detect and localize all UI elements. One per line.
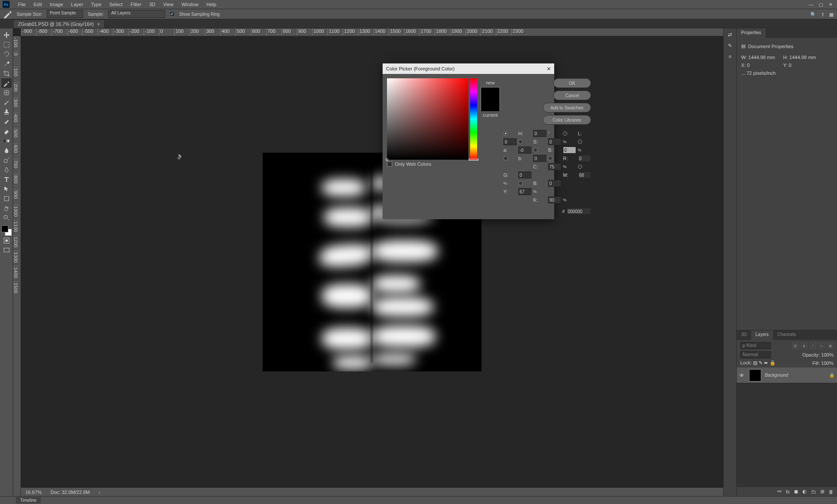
search-icon[interactable]: 🔍: [810, 12, 816, 18]
filter-smart-icon[interactable]: ▣: [827, 343, 833, 349]
c-input[interactable]: [548, 163, 561, 170]
trash-icon[interactable]: 🗑: [829, 489, 833, 494]
status-arrow-icon[interactable]: ›: [98, 490, 100, 495]
history-brush-tool[interactable]: [1, 117, 12, 126]
menu-layer[interactable]: Layer: [67, 2, 87, 7]
b-radio[interactable]: [533, 148, 538, 152]
blend-mode-combo[interactable]: Normal: [740, 351, 771, 358]
layer-filter-kind[interactable]: ρ Kind: [740, 342, 771, 349]
menu-3d[interactable]: 3D: [145, 2, 159, 7]
type-tool[interactable]: [1, 175, 12, 184]
sample-combo[interactable]: All Layers: [108, 10, 165, 18]
blur-tool[interactable]: [1, 146, 12, 155]
menu-help[interactable]: Help: [203, 2, 221, 7]
dock-icon-1[interactable]: ⇄: [728, 32, 732, 38]
current-tool-icon[interactable]: [3, 10, 12, 18]
only-web-colors-checkbox[interactable]: [387, 161, 392, 167]
arrange-icon[interactable]: ▦: [829, 12, 833, 18]
l-radio[interactable]: [563, 131, 567, 136]
b-input[interactable]: [563, 147, 576, 154]
layer-fx-icon[interactable]: fx: [786, 489, 790, 494]
tab-channels[interactable]: Channels: [773, 330, 800, 340]
lab-b-input[interactable]: [533, 155, 546, 162]
a-input[interactable]: [518, 147, 531, 154]
window-minimize-icon[interactable]: —: [806, 0, 816, 9]
menu-select[interactable]: Select: [106, 2, 127, 7]
y-input[interactable]: [518, 188, 531, 195]
s-input[interactable]: [548, 138, 561, 145]
s-radio[interactable]: [518, 140, 523, 144]
eyedropper-tool[interactable]: [1, 78, 12, 88]
filter-shape-icon[interactable]: ▭: [819, 343, 825, 349]
layer-name[interactable]: Background: [765, 373, 826, 378]
add-swatches-button[interactable]: Add to Swatches: [543, 103, 591, 112]
tab-3d[interactable]: 3D: [737, 330, 751, 340]
ok-button[interactable]: OK: [553, 78, 591, 88]
current-color-swatch[interactable]: [481, 99, 499, 111]
sample-size-combo[interactable]: Point Sample: [47, 10, 83, 18]
g-input[interactable]: [518, 172, 531, 178]
marquee-tool[interactable]: [1, 40, 12, 49]
menu-filter[interactable]: Filter: [127, 2, 145, 7]
dock-icon-3[interactable]: ≡: [728, 54, 731, 59]
color-picker-close-icon[interactable]: ✕: [547, 66, 551, 72]
dock-icon-2[interactable]: ✎: [728, 43, 732, 49]
canvas[interactable]: [21, 36, 723, 487]
fill-value[interactable]: 100%: [821, 360, 833, 366]
window-maximize-icon[interactable]: ▢: [816, 0, 826, 9]
menu-edit[interactable]: Edit: [30, 2, 46, 7]
r-input[interactable]: [578, 155, 591, 162]
layer-row[interactable]: 👁 Background 🔒: [737, 368, 837, 383]
a-radio[interactable]: [578, 140, 582, 144]
layer-thumbnail[interactable]: [749, 369, 761, 382]
pen-tool[interactable]: [1, 165, 12, 175]
lab-b-radio[interactable]: [503, 156, 508, 161]
lasso-tool[interactable]: [1, 49, 12, 59]
path-select-tool[interactable]: [1, 184, 12, 194]
menu-image[interactable]: Image: [46, 2, 67, 7]
hex-input[interactable]: [566, 208, 591, 215]
crop-tool[interactable]: [1, 69, 12, 78]
gradient-tool[interactable]: [1, 136, 12, 146]
brush-tool[interactable]: [1, 98, 12, 107]
shape-tool[interactable]: [1, 194, 12, 203]
hue-slider[interactable]: [470, 78, 477, 160]
document-tab[interactable]: ZGrab01.PSD @ 16.7% (Gray/16#) ×: [13, 20, 105, 28]
quick-mask-icon[interactable]: [1, 236, 12, 245]
healing-tool[interactable]: [1, 88, 12, 98]
filter-type-icon[interactable]: T: [810, 343, 816, 349]
new-color-swatch[interactable]: [481, 88, 499, 99]
link-layers-icon[interactable]: ⚯: [777, 489, 781, 494]
filter-adjust-icon[interactable]: ◐: [801, 343, 807, 349]
h-input[interactable]: [533, 130, 546, 137]
color-libraries-button[interactable]: Color Libraries: [543, 115, 591, 125]
menu-window[interactable]: Window: [177, 2, 202, 7]
menu-file[interactable]: File: [14, 2, 30, 7]
layer-lock-icon[interactable]: 🔒: [829, 373, 834, 378]
tab-layers[interactable]: Layers: [751, 330, 773, 340]
bb-input[interactable]: [548, 180, 561, 187]
h-radio[interactable]: [503, 131, 508, 136]
menu-view[interactable]: View: [159, 2, 178, 7]
saturation-box[interactable]: [387, 78, 468, 160]
g-radio[interactable]: [578, 164, 582, 169]
menu-type[interactable]: Type: [87, 2, 106, 7]
foreground-swatch[interactable]: [1, 225, 8, 232]
adjustment-layer-icon[interactable]: ◐: [802, 489, 807, 494]
show-sampling-ring-checkbox[interactable]: ✔: [169, 11, 175, 17]
zoom-tool[interactable]: [1, 213, 12, 223]
move-tool[interactable]: [1, 30, 12, 40]
layer-visibility-icon[interactable]: 👁: [739, 373, 746, 378]
r-radio[interactable]: [548, 156, 552, 161]
bb-radio[interactable]: [518, 181, 523, 186]
properties-tab[interactable]: Properties: [737, 28, 766, 38]
m-input[interactable]: [578, 172, 591, 178]
cancel-button[interactable]: Cancel: [553, 91, 591, 100]
timeline-tab[interactable]: Timeline: [16, 497, 41, 504]
color-swatches[interactable]: [1, 225, 12, 236]
opacity-value[interactable]: 100%: [821, 352, 833, 357]
zoom-display[interactable]: 16.67%: [25, 490, 42, 495]
l-input[interactable]: [503, 138, 517, 145]
stamp-tool[interactable]: [1, 107, 12, 117]
group-icon[interactable]: 🗀: [811, 489, 816, 494]
